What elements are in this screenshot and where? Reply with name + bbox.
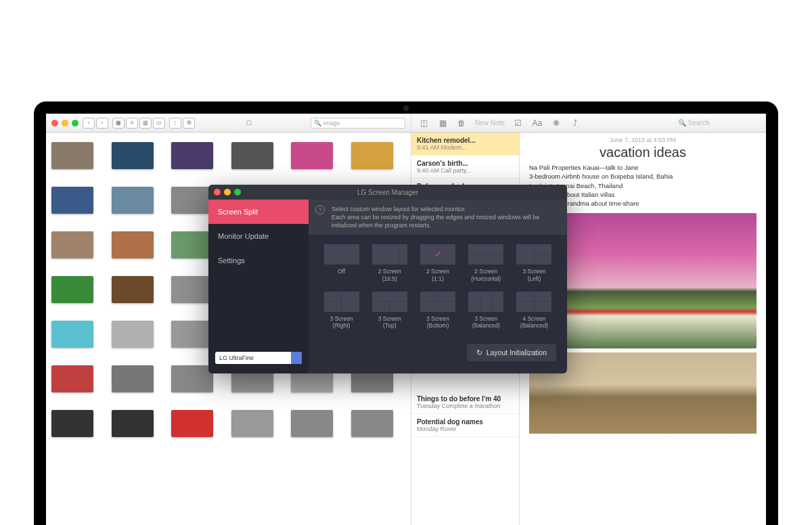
layout-option-3screen-right[interactable]: 3 Screen(Right): [319, 292, 363, 329]
layout-option-3screen-left[interactable]: 3 Screen(Left): [512, 244, 556, 281]
thumbnail[interactable]: [171, 321, 213, 348]
thumbnail[interactable]: [112, 231, 154, 258]
thumbnail[interactable]: [351, 410, 393, 437]
format-icon[interactable]: Aa: [532, 118, 543, 129]
layout-option-3screen-balanced[interactable]: 3 Screen(Balanced): [464, 292, 508, 329]
back-button[interactable]: ‹: [83, 118, 95, 129]
layout-option-3screen-top[interactable]: 3 Screen(Top): [367, 292, 411, 329]
view-gallery-button[interactable]: ▭: [153, 118, 165, 129]
layout-label: 2 Screen(1:1): [426, 268, 449, 281]
action-button[interactable]: ⚙: [183, 118, 195, 129]
window-controls: [214, 189, 241, 196]
layout-label: 3 Screen(Top): [378, 315, 401, 329]
note-meta: Tuesday Complete a marathon: [417, 403, 514, 409]
tab-screen-split[interactable]: Screen Split: [208, 200, 309, 224]
thumbnail[interactable]: [112, 365, 154, 392]
layout-option-off[interactable]: Off: [319, 244, 363, 281]
list-item[interactable]: Things to do before I'm 40 Tuesday Compl…: [411, 391, 519, 414]
lg-main-panel: ? Select custom window layout for select…: [309, 200, 567, 373]
thumbnail[interactable]: [171, 142, 213, 169]
list-item[interactable]: Carson's birth... 9:40 AM Call party...: [411, 156, 519, 179]
thumbnail[interactable]: [51, 276, 93, 303]
monitor-select-value: LG UltraFine: [219, 355, 254, 361]
note-heading: vacation ideas: [529, 145, 757, 160]
view-list-button[interactable]: ≡: [126, 118, 138, 129]
thumbnail[interactable]: [291, 142, 333, 169]
arrange-button[interactable]: ⋮: [169, 118, 181, 129]
info-text: Select custom window layout for selected…: [332, 205, 559, 213]
layout-option-4screen-balanced[interactable]: 4 Screen(Balanced): [512, 292, 556, 329]
thumbnail[interactable]: [291, 410, 333, 437]
notes-search-input[interactable]: 🔍 Search: [678, 119, 759, 127]
layout-label: 3 Screen(Right): [330, 315, 353, 329]
maximize-icon[interactable]: [234, 189, 241, 196]
layout-options-grid: Off 2 Screen(16:5) 2 Screen(1:1) 2: [309, 235, 567, 338]
layout-initialization-button[interactable]: ↻ Layout Initialization: [467, 344, 556, 361]
thumbnail[interactable]: [171, 187, 213, 214]
thumbnail[interactable]: [171, 231, 213, 258]
monitor-select[interactable]: LG UltraFine: [215, 352, 302, 364]
nav-buttons: ‹ ›: [83, 118, 108, 129]
layout-label: 3 Screen(Balanced): [472, 315, 500, 329]
thumbnail[interactable]: [351, 142, 393, 169]
webcam: [403, 106, 409, 111]
style-icon[interactable]: ❋: [551, 118, 562, 129]
thumbnail[interactable]: [112, 187, 154, 214]
dropbox-icon: ☐: [246, 120, 252, 127]
grid-view-icon[interactable]: ▦: [437, 118, 448, 129]
close-icon[interactable]: [51, 120, 58, 127]
info-banner: ? Select custom window layout for select…: [309, 200, 567, 235]
thumbnail[interactable]: [231, 142, 273, 169]
sidebar-toggle-icon[interactable]: ◫: [418, 118, 429, 129]
layout-option-3screen-bottom[interactable]: 3 Screen(Bottom): [415, 292, 459, 329]
thumbnail[interactable]: [51, 231, 93, 258]
layout-option-2screen-165[interactable]: 2 Screen(16:5): [367, 244, 411, 281]
close-icon[interactable]: [214, 189, 221, 196]
lg-footer: ↻ Layout Initialization: [309, 338, 567, 364]
thumbnail[interactable]: [171, 276, 213, 303]
thumbnail[interactable]: [231, 410, 273, 437]
list-item[interactable]: Potential dog names Monday Rover: [411, 414, 519, 437]
view-icon-button[interactable]: ▦: [112, 118, 125, 129]
list-item[interactable]: Kitchen remodel... 9:41 AM Modern...: [411, 133, 519, 156]
maximize-icon[interactable]: [72, 120, 78, 127]
thumbnail[interactable]: [112, 321, 154, 348]
thumbnail[interactable]: [112, 410, 154, 437]
button-label: Layout Initialization: [487, 348, 547, 357]
layout-option-2screen-horizontal[interactable]: 2 Screen(Horizontal): [464, 244, 508, 281]
note-meta: 9:40 AM Call party...: [417, 167, 514, 174]
minimize-icon[interactable]: [62, 120, 68, 127]
finder-search-input[interactable]: 🔍image: [311, 118, 405, 129]
thumbnail[interactable]: [112, 142, 154, 169]
window-controls: [51, 120, 78, 127]
thumbnail[interactable]: [51, 410, 93, 437]
thumbnail[interactable]: [51, 365, 93, 392]
thumbnail[interactable]: [171, 365, 213, 392]
thumbnail[interactable]: [171, 410, 213, 437]
new-note-button[interactable]: New Note: [475, 119, 505, 127]
thumbnail[interactable]: [51, 142, 93, 169]
trash-icon[interactable]: 🗑: [456, 118, 467, 129]
layout-label: 2 Screen(16:5): [378, 268, 401, 281]
checklist-icon[interactable]: ☑: [513, 118, 524, 129]
minimize-icon[interactable]: [224, 189, 231, 196]
note-title: Potential dog names: [417, 418, 514, 426]
layout-option-2screen-11[interactable]: 2 Screen(1:1): [415, 244, 459, 281]
tab-monitor-update[interactable]: Monitor Update: [208, 224, 309, 248]
view-buttons: ▦ ≡ ▥ ▭: [112, 118, 165, 129]
note-meta: Monday Rover: [417, 426, 514, 432]
layout-label: 2 Screen(Horizontal): [471, 268, 501, 281]
thumbnail[interactable]: [51, 321, 93, 348]
forward-button[interactable]: ›: [96, 118, 108, 129]
lg-sidebar: Screen Split Monitor Update Settings LG …: [208, 200, 309, 373]
thumbnail[interactable]: [112, 276, 154, 303]
note-title: Kitchen remodel...: [417, 137, 514, 144]
note-title: Things to do before I'm 40: [417, 395, 514, 403]
share-icon[interactable]: ⤴: [570, 118, 581, 129]
monitor-bezel: ‹ › ▦ ≡ ▥ ▭ ⋮ ⚙ ☐ 🔍image: [34, 101, 778, 525]
refresh-icon: ↻: [476, 348, 482, 357]
thumbnail[interactable]: [51, 187, 93, 214]
view-column-button[interactable]: ▥: [139, 118, 152, 129]
lg-body: Screen Split Monitor Update Settings LG …: [208, 200, 567, 373]
tab-settings[interactable]: Settings: [208, 248, 309, 273]
